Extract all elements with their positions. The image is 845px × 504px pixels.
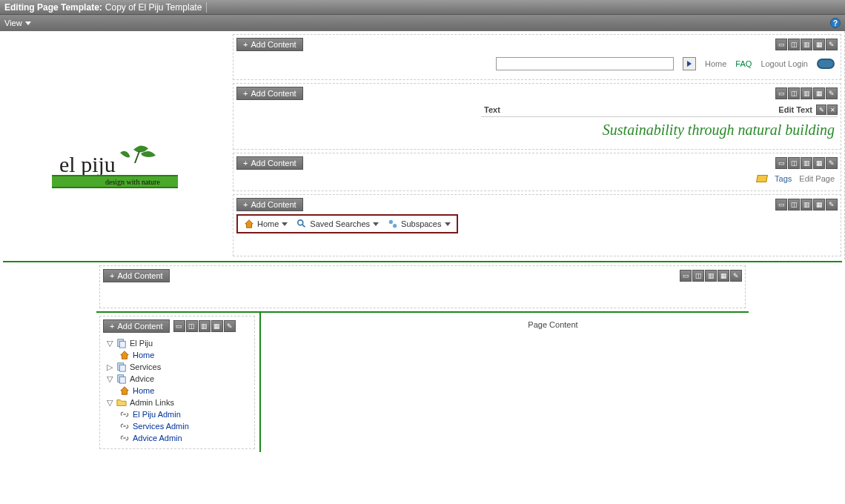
tags-link[interactable]: Tags: [775, 174, 792, 183]
layout-2col-icon[interactable]: ◫: [788, 157, 800, 169]
pencil-icon[interactable]: ✎: [816, 105, 826, 115]
layout-3col-icon[interactable]: ▥: [801, 87, 812, 99]
region-tagline: Add Content ▭ ◫ ▥ ▦ ✎ Text Edit Text ✎ ✕: [233, 83, 841, 150]
add-content-button[interactable]: Add Content: [236, 38, 303, 51]
layout-custom-icon[interactable]: ▦: [813, 157, 825, 169]
tree-node-services[interactable]: ▷ Services: [106, 361, 248, 373]
arrow-right-icon: [687, 61, 692, 67]
search-go-button[interactable]: [683, 57, 696, 70]
menu-saved-label: Saved Searches: [310, 219, 370, 228]
layout-2col-icon[interactable]: ◫: [692, 270, 704, 282]
tree-node-home[interactable]: Home: [119, 349, 248, 361]
tree-node-advice[interactable]: ▽ Advice: [106, 373, 248, 385]
wrench-icon[interactable]: ✎: [826, 39, 838, 50]
layout-3col-icon[interactable]: ▥: [705, 270, 717, 282]
layout-3col-icon[interactable]: ▥: [801, 39, 812, 50]
svg-rect-4: [52, 187, 178, 188]
layout-custom-icon[interactable]: ▦: [813, 87, 825, 99]
wrench-icon[interactable]: ✎: [826, 157, 838, 169]
view-label: View: [4, 19, 22, 27]
layout-3col-icon[interactable]: ▥: [199, 320, 211, 332]
subspaces-icon: [388, 219, 398, 229]
collapse-icon[interactable]: ▽: [106, 374, 113, 384]
home-icon: [244, 219, 254, 229]
search-input[interactable]: [496, 57, 674, 70]
view-menu[interactable]: View: [4, 19, 31, 27]
layout-custom-icon[interactable]: ▦: [718, 270, 729, 282]
tree-label: Services Admin: [133, 422, 189, 431]
wrench-icon[interactable]: ✎: [826, 199, 838, 210]
page-content-label: Page Content: [528, 320, 577, 329]
tree-label: El Piju: [130, 339, 153, 348]
link-icon: [119, 409, 130, 420]
close-icon[interactable]: ✕: [827, 105, 838, 115]
tree-label: Advice Admin: [133, 434, 182, 442]
tree-label: Home: [133, 386, 154, 395]
layout-custom-icon[interactable]: ▦: [813, 39, 825, 50]
add-content-button[interactable]: Add Content: [103, 319, 170, 333]
svg-line-0: [135, 151, 139, 163]
tree-node-root[interactable]: ▽ El Piju: [106, 337, 248, 349]
svg-point-6: [298, 220, 303, 225]
add-content-button[interactable]: Add Content: [236, 156, 303, 170]
layout-custom-icon[interactable]: ▦: [813, 199, 825, 210]
layout-1col-icon[interactable]: ▭: [680, 270, 692, 282]
wrench-icon[interactable]: ✎: [224, 320, 236, 332]
template-name: Copy of El Piju Template: [105, 2, 202, 13]
layout-1col-icon[interactable]: ▭: [775, 199, 787, 210]
layout-2col-icon[interactable]: ◫: [788, 87, 800, 99]
region-middle: Add Content ▭ ◫ ▥ ▦ ✎: [99, 265, 746, 308]
add-content-button[interactable]: Add Content: [236, 87, 303, 100]
menu-home[interactable]: Home: [244, 219, 288, 229]
wrench-icon[interactable]: ✎: [730, 270, 742, 282]
logo: el piju design with nature: [0, 135, 230, 202]
layout-1col-icon[interactable]: ▭: [775, 87, 787, 99]
region-topnav: Add Content ▭ ◫ ▥ ▦ ✎ Home FAQ Logout Lo…: [233, 34, 841, 80]
tree-node-admin-links[interactable]: ▽ Admin Links: [106, 397, 248, 408]
collapse-icon[interactable]: ▽: [106, 398, 113, 408]
layout-1col-icon[interactable]: ▭: [775, 157, 787, 169]
logout-login-link[interactable]: Logout Login: [760, 59, 808, 68]
layout-1col-icon[interactable]: ▭: [775, 39, 787, 50]
layout-2col-icon[interactable]: ◫: [788, 39, 800, 50]
home-icon: [119, 350, 130, 360]
edit-page-link[interactable]: Edit Page: [799, 174, 835, 183]
chevron-down-icon: [445, 222, 451, 226]
add-content-button[interactable]: Add Content: [236, 198, 303, 211]
svg-rect-13: [119, 365, 125, 371]
svg-text:design with nature: design with nature: [105, 178, 160, 186]
tree-node-advice-admin[interactable]: Advice Admin: [119, 432, 248, 444]
expand-icon[interactable]: ▷: [106, 362, 113, 372]
text-portlet-header: Text Edit Text ✎ ✕: [481, 103, 838, 117]
pages-icon: [116, 362, 127, 372]
faq-link[interactable]: FAQ: [735, 59, 752, 68]
pages-icon: [116, 374, 127, 384]
edit-text-button[interactable]: Edit Text: [778, 105, 812, 114]
layout-custom-icon[interactable]: ▦: [211, 320, 223, 332]
layout-3col-icon[interactable]: ▥: [801, 157, 812, 169]
tree-label: Advice: [130, 374, 154, 383]
tree-node-el-piju-admin[interactable]: El Piju Admin: [119, 408, 248, 420]
wrench-icon[interactable]: ✎: [826, 87, 838, 99]
add-content-button[interactable]: Add Content: [103, 269, 170, 282]
tree-node-services-admin[interactable]: Services Admin: [119, 420, 248, 432]
layout-1col-icon[interactable]: ▭: [173, 320, 185, 332]
layout-button-group: ▭ ◫ ▥ ▦ ✎: [775, 199, 838, 210]
menu-subspaces[interactable]: Subspaces: [388, 219, 450, 229]
tree-node-advice-home[interactable]: Home: [119, 385, 248, 397]
home-link[interactable]: Home: [705, 59, 726, 68]
layout-3col-icon[interactable]: ▥: [801, 199, 812, 210]
layout-button-group: ▭ ◫ ▥ ▦ ✎: [679, 270, 742, 282]
layout-2col-icon[interactable]: ◫: [186, 320, 198, 332]
layout-2col-icon[interactable]: ◫: [788, 199, 800, 210]
svg-rect-11: [119, 341, 125, 348]
collapse-icon[interactable]: ▽: [106, 339, 113, 348]
menu-home-label: Home: [257, 219, 279, 228]
text-portlet-title: Text: [481, 105, 778, 114]
navigation-tree: ▽ El Piju Home ▷ Services ▽ Advice: [103, 336, 251, 445]
svg-point-9: [393, 224, 397, 228]
menu-saved-searches[interactable]: Saved Searches: [296, 219, 379, 229]
tree-label: Admin Links: [130, 398, 174, 407]
region-tags: Add Content ▭ ◫ ▥ ▦ ✎ Tags Edit Page: [233, 153, 841, 191]
help-icon[interactable]: ?: [830, 18, 841, 28]
